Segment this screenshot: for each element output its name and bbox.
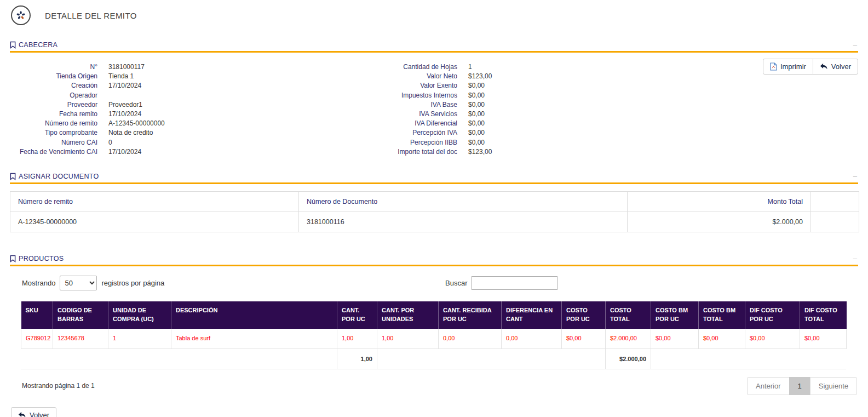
productos-table: SKU CODIGO DE BARRAS UNIDAD DE COMPRA (U… [21,301,847,369]
page-size-prefix-label: Mostrando [22,279,55,287]
summary-cant-por-uc: 1,00 [337,349,377,369]
pagination-prev[interactable]: Anterior [747,377,790,395]
field-cantidad-hojas: Cantidad de Hojas1 [383,62,613,72]
collapse-asignar-toggle[interactable]: – [853,172,858,180]
productos-footer: Mostrando página 1 de 1 Anterior 1 Sigui… [22,377,858,395]
field-valor-exento: Valor Exento$0,00 [383,81,613,90]
page-status: Mostrando página 1 de 1 [22,377,95,390]
section-asignar-documento: ASIGNAR DOCUMENTO – Número de remito Núm… [10,172,858,232]
cell-unidad-compra: 1 [108,329,171,349]
col-diferencia-cant: DIFERENCIA EN CANT [502,301,562,329]
cabecera-fields: N°3181000117 Tienda OrigenTienda 1 Creac… [10,62,858,157]
pinwheel-icon [15,10,26,21]
asignar-documento-table: Número de remito Número de Documento Mon… [10,191,859,232]
cell-descripcion: Tabla de surf [171,329,337,349]
cell-cant-recibida: 0,00 [439,329,502,349]
col-costo-bm-por-uc: COSTO BM POR UC [651,301,699,329]
volver-button-top[interactable]: Volver [813,59,858,75]
page-size-select[interactable]: 50 [60,276,97,290]
cell-codigo-barras: 12345678 [53,329,108,349]
cell-actions [811,212,859,232]
field-iva-diferencial: IVA Diferencial$0,00 [383,119,613,128]
col-descripcion: DESCRIPCIÓN [171,301,337,329]
section-productos: PRODUCTOS – Mostrando 50 registros por p… [10,254,858,395]
col-sku: SKU [21,301,53,329]
table-bottom-divider [21,369,846,369]
cell-dif-costo-total: $0,00 [800,329,847,349]
field-numero-remito: Número de remitoA-12345-00000000 [10,119,383,128]
doc-table-header-row: Número de remito Número de Documento Mon… [10,192,859,212]
collapse-productos-toggle[interactable]: – [853,254,858,262]
cell-cant-por-uc: 1,00 [337,329,377,349]
top-bar: DETALLE DEL REMITO [10,0,858,28]
col-monto-total: Monto Total [628,192,811,212]
bookmark-icon [10,173,16,180]
field-impuestos-internos: Impuestos Internos$0,00 [383,91,613,100]
field-vencimiento-cai: Fecha de Vencimiento CAI17/10/2024 [10,147,383,157]
col-numero-remito: Número de remito [10,192,299,212]
col-actions [811,192,859,212]
field-tipo-comprobante: Tipo comprobanteNota de credito [10,128,383,138]
app-logo[interactable] [11,5,31,25]
section-cabecera: CABECERA – N°3181000117 Tienda OrigenTie… [10,41,858,157]
col-cant-recibida: CANT. RECIBIDA POR UC [439,301,502,329]
search-input[interactable] [472,276,557,290]
section-cabecera-title: CABECERA [10,41,58,49]
field-valor-neto: Valor Neto$123,00 [383,72,613,81]
cell-dif-costo-por-uc: $0,00 [745,329,800,349]
field-creacion: Creación17/10/2024 [10,81,383,90]
cabecera-actions: Imprimir Volver [763,59,858,75]
summary-costo-total: $2.000,00 [606,349,651,369]
pdf-file-icon [770,62,777,71]
cell-costo-bm-por-uc: $0,00 [651,329,699,349]
reply-arrow-icon [18,412,26,417]
volver-button-bottom[interactable]: Volver [11,407,56,417]
field-numero: N°3181000117 [10,62,383,72]
imprimir-button[interactable]: Imprimir [763,59,813,75]
doc-table-row[interactable]: A-12345-00000000 3181000116 $2.000,00 [10,212,859,232]
field-operador: Operador [10,91,383,100]
cell-costo-total: $2.000,00 [606,329,651,349]
col-costo-total: COSTO TOTAL [606,301,651,329]
pagination-next[interactable]: Siguiente [810,377,857,395]
field-percepcion-iva: Percepción IVA$0,00 [383,128,613,138]
section-divider [10,265,858,266]
reply-arrow-icon [820,63,828,70]
producto-row[interactable]: G789012 12345678 1 Tabla de surf 1,00 1,… [21,329,847,349]
col-numero-documento: Número de Documento [299,192,628,212]
bookmark-icon [10,41,16,49]
field-numero-cai: Número CAI0 [10,138,383,147]
productos-header-row: SKU CODIGO DE BARRAS UNIDAD DE COMPRA (U… [21,301,847,329]
detalle-remito-page: DETALLE DEL REMITO CABECERA – N°31810001… [0,0,868,417]
cell-monto-total: $2.000,00 [628,212,811,232]
bookmark-icon [10,255,16,262]
pagination-page-1[interactable]: 1 [789,377,810,395]
cell-costo-bm-total: $0,00 [699,329,745,349]
productos-summary-row: 1,00 $2.000,00 [21,349,847,369]
col-dif-costo-por-uc: DIF COSTO POR UC [745,301,800,329]
cell-numero-remito: A-12345-00000000 [10,212,299,232]
cell-sku: G789012 [21,329,53,349]
cell-diferencia-cant: 0,00 [502,329,562,349]
section-productos-title: PRODUCTOS [10,255,64,262]
field-iva-base: IVA Base$0,00 [383,100,613,110]
col-costo-bm-total: COSTO BM TOTAL [699,301,745,329]
section-asignar-title: ASIGNAR DOCUMENTO [10,173,99,180]
field-proveedor: ProveedorProveedor1 [10,100,383,110]
field-fecha-remito: Fecha remito17/10/2024 [10,110,383,119]
section-divider [10,51,858,53]
field-percepcion-iibb: Percepción IIBB$0,00 [383,138,613,147]
search-control: Buscar [445,276,557,290]
pagination: Anterior 1 Siguiente [747,377,857,395]
field-tienda-origen: Tienda OrigenTienda 1 [10,72,383,81]
productos-controls: Mostrando 50 registros por página Buscar [22,276,858,290]
cell-costo-por-uc: $0,00 [562,329,606,349]
field-importe-total: Importe total del doc$123,00 [383,147,613,157]
collapse-cabecera-toggle[interactable]: – [853,41,858,49]
col-cant-por-unidades: CANT. POR UNIDADES [377,301,439,329]
cell-cant-por-unidades: 1,00 [377,329,439,349]
page-size-suffix-label: registros por página [101,279,164,287]
search-label: Buscar [445,279,467,287]
col-cant-por-uc: CANT. POR UC [337,301,377,329]
col-dif-costo-total: DIF COSTO TOTAL [800,301,847,329]
